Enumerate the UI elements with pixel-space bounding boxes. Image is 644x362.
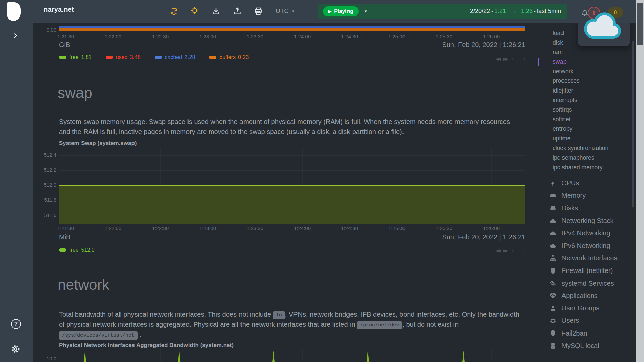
chevron-down-icon[interactable]: ▾ [365,9,367,14]
gridline [59,155,525,156]
sidebar-item-processes[interactable]: processes [553,76,608,86]
sidebar-item-idlejitter[interactable]: idlejitter [553,86,608,96]
sidebar-item-swap[interactable]: swap [553,57,608,67]
section-label: IPv6 Networking [561,242,610,250]
sidebar-item-softnet[interactable]: softnet [553,115,608,124]
network-y-tick: 10.0 [30,356,56,361]
play-button[interactable]: ▶ Playing [323,6,359,16]
swap-chart-plot[interactable] [59,147,525,223]
netdata-logo[interactable] [7,2,21,21]
description-text: , but do not exist in [402,321,459,328]
swap-x-axis: 1:21:301:22:001:22:301:23:001:23:301:24:… [59,225,525,231]
sidebar-item-ipc-shared-memory[interactable]: ipc shared memory [553,163,608,172]
expand-sidebar-button chevron-right-icon[interactable] [13,33,19,39]
zoom-in-icon[interactable]: + [511,56,514,62]
hostname: narya.net [44,6,74,13]
sidebar-section-Applications[interactable]: Applications [549,290,618,302]
rewind-icon[interactable]: ◀◀ [496,248,500,253]
sidebar-section-Memory[interactable]: Memory [549,189,618,202]
swap-chart-title: System Swap (system.swap) [59,140,137,147]
time-range-display[interactable]: 2/20/22•1:21 → 1:26•last 5min [470,8,561,15]
sidebar-item-network[interactable]: network [553,67,608,76]
gridline [160,349,161,362]
x-tick-label: 1:22:30 [152,34,169,39]
section-label: MySQL local [561,342,599,350]
swap-description: System swap memory usage. Swap space is … [59,117,519,137]
legend-swatch [209,56,216,59]
inline-code: /sys/devices/virtual/net [59,331,138,340]
memory-chip-icon [549,192,557,199]
cloud-signin-icon[interactable] [582,11,625,39]
legend-label: free [69,247,79,253]
legend-item-cached[interactable]: cached2.28 [155,54,195,60]
download-icon[interactable] [211,7,221,16]
svg-text:!: ! [173,9,175,14]
legend-item-used[interactable]: used3.48 [106,54,141,60]
legend-item-free[interactable]: free512.0 [59,247,95,253]
sidebar-submenu: loaddiskramswapnetworkprocessesidlejitte… [553,28,608,172]
time-range-panel[interactable]: ▶ Playing ▾ 2/20/22•1:21 → 1:26•last 5mi… [318,4,567,19]
fast-forward-icon[interactable]: ▶▶ [503,57,507,61]
vertical-resize-icon[interactable]: ↕ [523,248,525,253]
refresh-update-icon[interactable]: ! [169,7,179,16]
fast-forward-icon[interactable]: ▶▶ [503,248,507,253]
zoom-in-icon[interactable]: + [511,248,514,253]
sidebar-item-ram[interactable]: ram [553,47,608,57]
x-tick-label: 1:22:00 [105,225,121,231]
y-tick-label: 512.0 [30,182,56,188]
rewind-icon[interactable]: ◀◀ [496,57,500,61]
sidebar-section-Fail2ban[interactable]: Fail2ban [549,327,618,340]
sidebar-item-entropy[interactable]: entropy [553,124,608,134]
page-scrollbar[interactable] [636,0,644,362]
vertical-resize-icon[interactable]: ↕ [523,56,525,62]
network-section-title: network [58,276,109,293]
network-spike-1:25:42 [462,351,465,362]
ram-chart-buffers-line[interactable] [59,28,525,31]
sidebar-section-systemd-Services[interactable]: systemd Services [549,277,618,289]
timezone-selector[interactable]: UTC ▾ [276,7,294,15]
zoom-out-icon[interactable]: − [517,248,520,253]
sidebar-item-uptime[interactable]: uptime [553,134,608,143]
sidebar-section-IPv6-Networking[interactable]: IPv6 Networking [549,239,618,252]
upload-icon[interactable] [233,7,242,16]
sidebar-section-MySQL-local[interactable]: MySQL local [549,340,618,352]
page-scrollbar-thumb[interactable] [637,3,643,45]
inline-code: lo [273,311,285,319]
chevron-down-icon: ▾ [292,9,294,14]
zoom-out-icon[interactable]: − [517,56,520,62]
sidebar-section-IPv4-Networking[interactable]: IPv4 Networking [549,227,618,239]
node-selector[interactable]: narya.net [40,6,74,13]
legend-item-buffers[interactable]: buffers0.23 [209,54,249,60]
help-button[interactable]: ? [11,319,21,329]
sidebar-item-ipc-semaphores[interactable]: ipc semaphores [553,153,608,163]
bulb-icon[interactable] [190,7,199,16]
section-label: Firewall (netfilter) [561,267,613,275]
sidebar-section-Firewall-(netfilter)[interactable]: Firewall (netfilter) [549,264,618,277]
sidebar-item-interrupts[interactable]: interrupts [553,95,608,105]
network-chart-plot[interactable] [59,349,525,362]
sidebar-section-Disks[interactable]: Disks [549,202,618,215]
sidebar-item-softirqs[interactable]: softirqs [553,105,608,115]
range-label: last 5min [537,8,561,14]
swap-section-title: swap [58,84,92,101]
sidebar-section-Networking-Stack[interactable]: Networking Stack [549,215,618,227]
sidebar-section-User-Groups[interactable]: User Groups [549,302,618,314]
gears-icon [549,280,557,287]
sidebar-section-Network-Interfaces[interactable]: Network Interfaces [549,252,618,264]
settings-gear-icon[interactable] [11,344,21,354]
swap-chart-toolbar: ◀◀▶▶+−↕ [478,248,525,253]
sidebar-scrollbar-thumb[interactable] [632,41,634,207]
section-label: Applications [561,292,598,300]
ram-chart-cached-line[interactable] [59,26,525,28]
section-label: Network Interfaces [561,254,618,262]
legend-item-free[interactable]: free1.81 [59,54,92,60]
gridline [491,349,492,362]
network-chart-title: Physical Network Interfaces Aggregated B… [59,342,234,349]
section-label: IPv4 Networking [561,229,610,237]
print-icon[interactable] [254,7,263,16]
sidebar-item-clock-synchronization[interactable]: clock synchronization [553,143,608,153]
x-tick-label: 1:22:00 [105,34,121,39]
sidebar-section-Users[interactable]: Users [549,314,618,327]
legend-label: cached [165,54,182,60]
sidebar-section-CPUs[interactable]: CPUs [549,177,618,189]
